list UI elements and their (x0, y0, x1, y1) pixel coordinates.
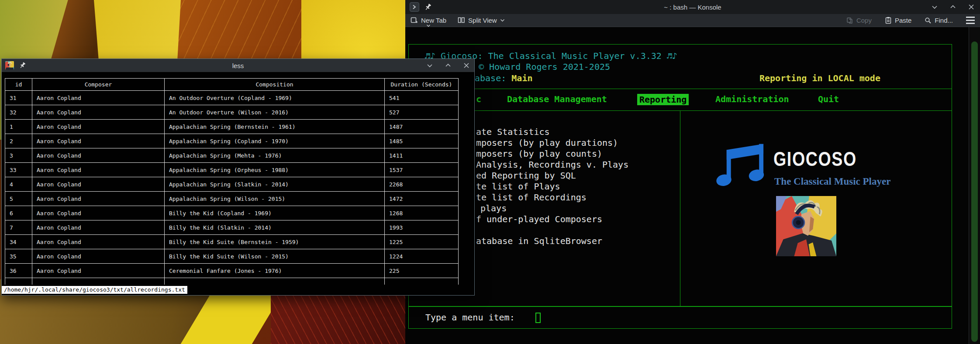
cell-id: 5 (5, 192, 32, 206)
cell-id: 4 (5, 177, 32, 192)
paste-icon (885, 17, 892, 24)
menu-list-item: Analysis, Recordings v. Plays (476, 159, 628, 170)
app-copyright: © Howard Rogers 2021-2025 (479, 62, 610, 72)
konsole-toolbar: New Tab Split View Copy Paste (405, 14, 980, 27)
table-row: 36 Aaron Copland Ceremonial Fanfare (Jon… (5, 264, 459, 278)
find-button[interactable]: Find... (925, 14, 953, 27)
terminal[interactable]: ♬♪ Giocoso: The Classical Music Player v… (405, 27, 980, 344)
cell-composer: Aaron Copland (32, 177, 165, 192)
cell-id: 32 (5, 105, 32, 120)
cell-duration: 1487 (385, 120, 459, 134)
cell-duration: 1537 (385, 163, 459, 177)
cell-duration: 1411 (385, 148, 459, 163)
table-row: 33 Aaron Copland Appalachian Spring (Orp… (5, 163, 459, 177)
menu-quit: Quit (818, 94, 839, 104)
terminal-scrollbar-track[interactable] (969, 27, 980, 344)
cell-id: 36 (5, 264, 32, 278)
table-row: 2 Aaron Copland Appalachian Spring (Copl… (5, 134, 459, 148)
desktop: ~ : bash — Konsole New Tab Split View (0, 0, 980, 344)
new-tab-button[interactable]: New Tab (411, 14, 446, 27)
logo-subtitle: The Classical Music Player (774, 176, 890, 187)
maximize-button[interactable] (444, 61, 452, 70)
copy-button: Copy (846, 14, 872, 27)
maximize-button[interactable] (949, 3, 957, 11)
minimize-button[interactable] (930, 3, 939, 11)
close-button[interactable] (462, 61, 471, 70)
cell-composition: Appalachian Spring (Bernstein - 1961) (165, 120, 385, 134)
cell-composer: Aaron Copland (32, 105, 165, 120)
minimize-button[interactable] (425, 61, 434, 70)
beethoven-artwork (776, 196, 836, 256)
copy-icon (846, 17, 853, 24)
split-view-button[interactable]: Split View (458, 14, 505, 27)
cell-id: 2 (5, 134, 32, 148)
less-window: less id Composer Composition Du (1, 58, 475, 296)
cell-duration: 1485 (385, 134, 459, 148)
cell-id: 7 (5, 220, 32, 235)
window-title: ~ : bash — Konsole (405, 3, 980, 11)
menu-list-item: ed Reporting by SQL (476, 170, 576, 181)
less-content[interactable]: id Composer Composition Duration (Second… (2, 72, 474, 295)
cell-composition: Billy the Kid (Copland - 1969) (165, 206, 385, 220)
cell-id: 1 (5, 120, 32, 134)
table-row: 7 Aaron Copland Billy the Kid (Slatkin -… (5, 220, 459, 235)
cell-composer: Aaron Copland (32, 220, 165, 235)
cell-duration: 1225 (385, 235, 459, 249)
cell-composition: Appalachian Spring (Wilson - 2015) (165, 192, 385, 206)
close-button[interactable] (967, 3, 976, 11)
table-row: 3 Aaron Copland Appalachian Spring (Meht… (5, 148, 459, 163)
menu-list-item: f under-played Composers (476, 214, 602, 224)
database-name: Main (511, 73, 532, 83)
col-header-composition: Composition (165, 79, 385, 91)
menu-list-item: te list of Recordings (476, 192, 587, 203)
cell-id: 3 (5, 148, 32, 163)
col-header-composer: Composer (32, 79, 165, 91)
table-row: 6 Aaron Copland Billy the Kid (Copland -… (5, 206, 459, 220)
cell-composition: Billy the Kid (Slatkin - 2014) (165, 220, 385, 235)
menu-list-item: mposers (by play durations) (476, 138, 618, 148)
cell-composer: Aaron Copland (32, 206, 165, 220)
table-row: 5 Aaron Copland Appalachian Spring (Wils… (5, 192, 459, 206)
cell-duration: 527 (385, 105, 459, 120)
terminal-scrollbar-thumb[interactable] (971, 41, 978, 342)
terminal-cursor[interactable] (535, 313, 541, 323)
cell-composition: Appalachian Spring (Slatkin - 2014) (165, 177, 385, 192)
table-row: 4 Aaron Copland Appalachian Spring (Slat… (5, 177, 459, 192)
menu-reporting-selected: Reporting (637, 94, 689, 105)
cell-duration: 1472 (385, 192, 459, 206)
table-row: 32 Aaron Copland An Outdoor Overture (Wi… (5, 105, 459, 120)
chevron-down-icon (500, 19, 505, 22)
cell-id: 34 (5, 235, 32, 249)
menu-list-item: atabase in SqliteBrowser (476, 236, 602, 246)
less-titlebar[interactable]: less (2, 59, 474, 72)
cell-id: 31 (5, 91, 32, 105)
cell-composition: Billy the Kid Suite (Wilson - 2015) (165, 249, 385, 264)
new-tab-dropdown-icon[interactable] (427, 24, 431, 27)
cell-duration: 225 (385, 264, 459, 278)
menu-database-management: Database Management (507, 94, 607, 104)
cell-duration: 1993 (385, 220, 459, 235)
table-row: 1 Aaron Copland Appalachian Spring (Bern… (5, 120, 459, 134)
cell-id: 35 (5, 249, 32, 264)
cell-composer: Aaron Copland (32, 120, 165, 134)
cell-composition: Appalachian Spring (Orpheus - 1988) (165, 163, 385, 177)
menu-list-item: ate Statistics (476, 127, 550, 137)
cell-duration: 2268 (385, 177, 459, 192)
mode-badge: Reporting in LOCAL mode (759, 73, 880, 83)
database-line: abase: Main (475, 73, 532, 83)
recordings-table: id Composer Composition Duration (Second… (5, 78, 459, 285)
menu-hamburger-icon[interactable] (966, 17, 975, 24)
cell-composer: Aaron Copland (32, 235, 165, 249)
col-header-duration: Duration (Seconds) (385, 79, 459, 91)
paste-button[interactable]: Paste (885, 14, 911, 27)
cell-composition: Appalachian Spring (Mehta - 1976) (165, 148, 385, 163)
menu-music-fragment: c (476, 94, 481, 104)
cell-composer: Aaron Copland (32, 91, 165, 105)
split-view-icon (458, 17, 465, 24)
music-note-logo-icon (714, 142, 768, 196)
konsole-titlebar[interactable]: ~ : bash — Konsole (405, 0, 980, 14)
search-icon (925, 17, 932, 24)
cell-duration: 1224 (385, 249, 459, 264)
menu-list-item: plays (480, 203, 507, 213)
col-header-id: id (5, 79, 32, 91)
